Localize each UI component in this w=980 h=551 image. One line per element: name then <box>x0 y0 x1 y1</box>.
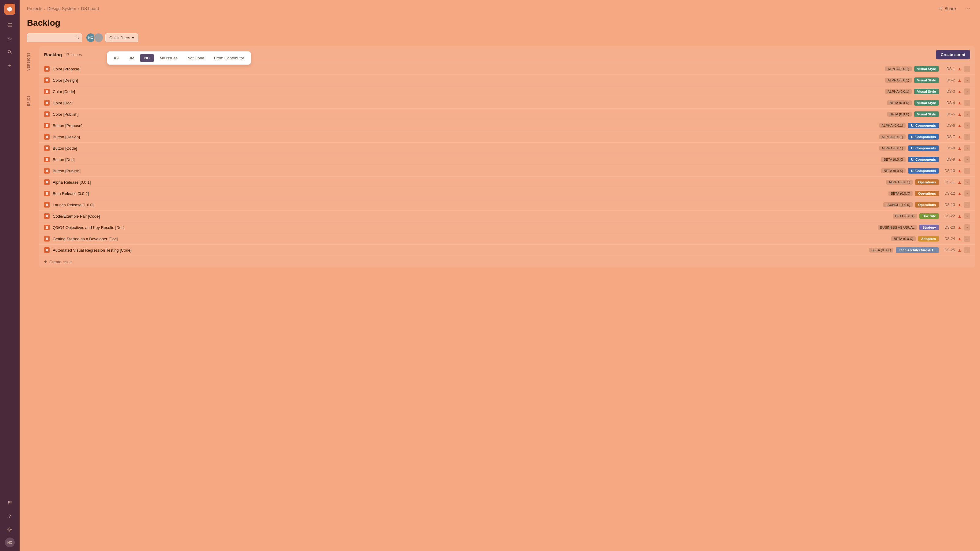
issue-action-button[interactable]: - <box>964 179 970 185</box>
flag-icon[interactable] <box>4 497 15 508</box>
issue-action-button[interactable]: - <box>964 111 970 117</box>
breadcrumb-ds-board[interactable]: DS board <box>81 6 99 11</box>
issue-id: DS-9 <box>942 157 955 162</box>
breadcrumb: Projects / Design System / DS board <box>27 6 99 11</box>
issue-action-button[interactable]: - <box>964 191 970 197</box>
backlog-table: Backlog 17 issues Create sprint Color [P… <box>39 46 975 268</box>
issue-action-button[interactable]: - <box>964 247 970 253</box>
issue-name[interactable]: Code/Example Pair [Code] <box>52 214 890 219</box>
version-badge: BETA (0.0.X) <box>891 236 915 241</box>
svg-point-8 <box>10 501 10 502</box>
avatar-generic[interactable] <box>94 33 103 43</box>
issue-type-icon <box>44 123 49 128</box>
svg-rect-27 <box>46 158 48 161</box>
table-row: Color [Design] ALPHA (0.0.1) Visual Styl… <box>39 75 975 86</box>
issue-name[interactable]: Color [Design] <box>52 78 882 83</box>
issue-id: DS-25 <box>942 248 955 252</box>
issue-name[interactable]: Automated Visual Regression Testing [Cod… <box>52 248 866 252</box>
help-icon[interactable]: ? <box>4 511 15 522</box>
issue-action-button[interactable]: - <box>964 100 970 106</box>
user-avatar-rail[interactable]: NC <box>5 538 15 547</box>
issue-name[interactable]: Button [Design] <box>52 135 876 139</box>
breadcrumb-projects[interactable]: Projects <box>27 6 43 11</box>
issue-id: DS-24 <box>942 237 955 241</box>
settings-icon[interactable] <box>4 524 15 535</box>
issue-action-button[interactable]: - <box>964 213 970 219</box>
qf-chip-jm[interactable]: JM <box>125 54 138 62</box>
issue-name[interactable]: Button [Code] <box>52 146 876 151</box>
issue-id: DS-5 <box>942 112 955 116</box>
priority-icon: ▲ <box>957 112 962 117</box>
issue-action-button[interactable]: - <box>964 66 970 72</box>
backlog-title-wrap: Backlog 17 issues <box>44 52 82 57</box>
more-button[interactable]: ··· <box>963 4 973 13</box>
issue-name[interactable]: Beta Release [0.0.?] <box>52 191 885 196</box>
epic-badge: Strategy <box>920 225 939 230</box>
priority-icon: ▲ <box>957 100 962 105</box>
issue-name[interactable]: Button [Publish] <box>52 169 878 173</box>
issue-name[interactable]: Color [Publish] <box>52 112 884 117</box>
issue-action-button[interactable]: - <box>964 89 970 95</box>
issue-meta: ALPHA (0.0.1) UI Components DS-7 ▲ - <box>879 134 970 140</box>
create-issue-row[interactable]: + Create issue <box>39 256 975 268</box>
hamburger-icon[interactable]: ☰ <box>4 20 15 30</box>
plus-icon[interactable]: + <box>4 60 15 71</box>
table-row: Code/Example Pair [Code] BETA (0.0.X) Do… <box>39 210 975 222</box>
issue-type-icon <box>44 236 49 241</box>
priority-icon: ▲ <box>957 191 962 196</box>
create-sprint-button[interactable]: Create sprint <box>936 50 970 59</box>
issue-name[interactable]: Alpha Release [0.0.1] <box>52 180 883 184</box>
issue-action-button[interactable]: - <box>964 134 970 140</box>
issue-type-icon <box>44 66 49 71</box>
issue-id: DS-8 <box>942 146 955 150</box>
issue-action-button[interactable]: - <box>964 224 970 230</box>
issue-name[interactable]: Button [Propose] <box>52 123 876 128</box>
issue-id: DS-23 <box>942 225 955 230</box>
issue-action-button[interactable]: - <box>964 168 970 174</box>
epic-badge: UI Components <box>908 157 939 162</box>
qf-chip-my-issues[interactable]: My Issues <box>155 54 182 62</box>
version-badge: BETA (0.0.X) <box>888 191 913 196</box>
svg-rect-34 <box>46 238 48 240</box>
search-icon[interactable] <box>4 46 15 57</box>
issue-name[interactable]: Color [Code] <box>52 89 882 94</box>
share-label: Share <box>945 6 956 11</box>
quick-filters-button[interactable]: Quick filters ▾ <box>105 33 138 42</box>
avatar-group: NC <box>86 33 102 43</box>
star-icon[interactable]: ☆ <box>4 33 15 44</box>
table-row: Button [Propose] ALPHA (0.0.1) UI Compon… <box>39 120 975 131</box>
search-input[interactable] <box>27 33 82 42</box>
issue-name[interactable]: Button [Doc] <box>52 157 878 162</box>
svg-point-6 <box>8 503 9 505</box>
issue-meta: BETA (0.0.X) Visual Style DS-4 ▲ - <box>887 100 970 106</box>
svg-point-9 <box>8 502 9 503</box>
issue-action-button[interactable]: - <box>964 122 970 129</box>
issue-id: DS-13 <box>942 203 955 207</box>
issue-name[interactable]: Q3/Q4 Objectives and Key Results [Doc] <box>52 225 875 230</box>
priority-icon: ▲ <box>957 180 962 184</box>
qf-chip-not-done[interactable]: Not Done <box>183 54 208 62</box>
qf-chip-from-contributor[interactable]: From Contributor <box>210 54 248 62</box>
issue-action-button[interactable]: - <box>964 77 970 83</box>
issue-name[interactable]: Getting Started as a Developer [Doc] <box>52 237 888 241</box>
main-content: Projects / Design System / DS board Shar… <box>20 0 980 551</box>
breadcrumb-design-system[interactable]: Design System <box>47 6 76 11</box>
issue-action-button[interactable]: - <box>964 202 970 208</box>
app-logo[interactable] <box>4 4 15 15</box>
svg-point-3 <box>8 501 9 502</box>
svg-point-13 <box>939 8 940 9</box>
issue-action-button[interactable]: - <box>964 145 970 151</box>
issue-type-icon <box>44 78 49 83</box>
qf-chip-kp[interactable]: KP <box>110 54 123 62</box>
search-icon <box>75 35 80 40</box>
qf-chip-nc[interactable]: NC <box>140 54 154 62</box>
priority-icon: ▲ <box>957 202 962 207</box>
issue-name[interactable]: Color [Propose] <box>52 67 882 71</box>
issue-action-button[interactable]: - <box>964 236 970 242</box>
issue-name[interactable]: Color [Doc] <box>52 101 884 105</box>
svg-point-10 <box>11 502 12 503</box>
table-row: Button [Code] ALPHA (0.0.1) UI Component… <box>39 142 975 154</box>
share-button[interactable]: Share <box>935 4 959 13</box>
issue-action-button[interactable]: - <box>964 156 970 162</box>
issue-name[interactable]: Launch Release [1.0.0] <box>52 203 880 207</box>
